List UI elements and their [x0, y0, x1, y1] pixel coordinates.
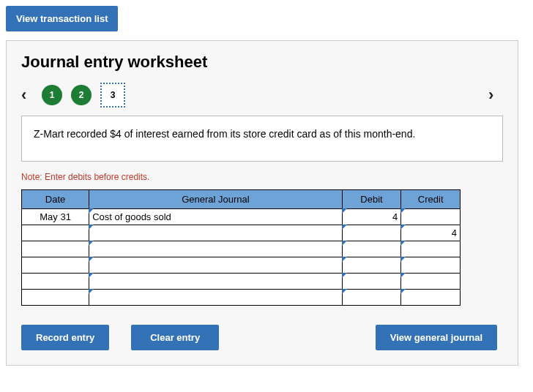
date-cell[interactable]: [22, 290, 89, 306]
credit-cell[interactable]: [401, 241, 461, 257]
spacer: [241, 325, 354, 350]
dropdown-marker-icon: [342, 273, 347, 278]
page-title: Journal entry worksheet: [21, 53, 503, 72]
debit-cell[interactable]: [342, 241, 401, 257]
dropdown-marker-icon: [89, 225, 94, 230]
dropdown-marker-icon: [89, 208, 94, 214]
dropdown-marker-icon: [400, 273, 406, 278]
dropdown-marker-icon: [400, 241, 406, 246]
date-cell[interactable]: [22, 274, 89, 290]
step-navigator: ‹ 123 ›: [21, 82, 503, 108]
transaction-prompt: Z-Mart recorded $4 of interest earned fr…: [21, 116, 503, 162]
dropdown-marker-icon: [400, 225, 406, 230]
general-journal-cell[interactable]: [89, 241, 343, 257]
dropdown-marker-icon: [400, 257, 406, 262]
next-arrow-icon[interactable]: ›: [488, 87, 503, 103]
header-date: Date: [22, 190, 89, 209]
date-cell[interactable]: [22, 241, 89, 257]
debit-cell[interactable]: [342, 274, 401, 290]
credit-cell[interactable]: [401, 209, 461, 225]
debit-cell[interactable]: [342, 225, 401, 241]
general-journal-cell[interactable]: Cost of goods sold: [89, 209, 343, 225]
dropdown-marker-icon: [400, 289, 406, 294]
dropdown-marker-icon: [400, 208, 406, 214]
action-button-row: Record entry Clear entry View general jo…: [21, 325, 497, 350]
table-row: [22, 241, 461, 257]
date-cell[interactable]: May 31: [22, 209, 89, 225]
dropdown-marker-icon: [342, 208, 347, 214]
record-entry-button[interactable]: Record entry: [21, 325, 109, 350]
table-row: 4: [22, 225, 461, 241]
credit-cell[interactable]: [401, 290, 461, 306]
dropdown-marker-icon: [89, 289, 94, 294]
general-journal-cell[interactable]: [89, 290, 343, 306]
debit-cell[interactable]: [342, 290, 401, 306]
debit-cell[interactable]: [342, 257, 401, 274]
header-gj: General Journal: [89, 190, 343, 209]
header-debit: Debit: [342, 190, 401, 209]
journal-table: Date General Journal Debit Credit May 31…: [21, 189, 461, 306]
step-pill-1[interactable]: 1: [42, 85, 62, 105]
dropdown-marker-icon: [342, 241, 347, 246]
prev-arrow-icon[interactable]: ‹: [21, 87, 36, 103]
dropdown-marker-icon: [89, 257, 94, 262]
view-general-journal-button[interactable]: View general journal: [376, 325, 497, 350]
general-journal-cell[interactable]: [89, 274, 343, 290]
dropdown-marker-icon: [89, 241, 94, 246]
general-journal-cell[interactable]: [89, 257, 343, 274]
step-pill-2[interactable]: 2: [71, 85, 92, 105]
note-text: Note: Enter debits before credits.: [21, 172, 503, 182]
date-cell[interactable]: [22, 257, 89, 274]
general-journal-cell[interactable]: [89, 225, 343, 241]
credit-cell[interactable]: [401, 257, 461, 274]
view-transaction-list-button[interactable]: View transaction list: [6, 6, 118, 31]
credit-cell[interactable]: 4: [401, 225, 461, 241]
table-row: [22, 290, 461, 306]
credit-cell[interactable]: [401, 274, 461, 290]
table-row: [22, 257, 461, 274]
debit-cell[interactable]: 4: [342, 209, 401, 225]
dropdown-marker-icon: [342, 225, 347, 230]
step-pill-3[interactable]: 3: [100, 83, 125, 108]
worksheet-card: Journal entry worksheet ‹ 123 › Z-Mart r…: [6, 40, 518, 366]
dropdown-marker-icon: [342, 289, 347, 294]
table-row: May 31Cost of goods sold4: [22, 209, 461, 225]
dropdown-marker-icon: [89, 273, 94, 278]
date-cell[interactable]: [22, 225, 89, 241]
header-credit: Credit: [401, 190, 461, 209]
dropdown-marker-icon: [342, 257, 347, 262]
table-row: [22, 274, 461, 290]
clear-entry-button[interactable]: Clear entry: [131, 325, 219, 350]
